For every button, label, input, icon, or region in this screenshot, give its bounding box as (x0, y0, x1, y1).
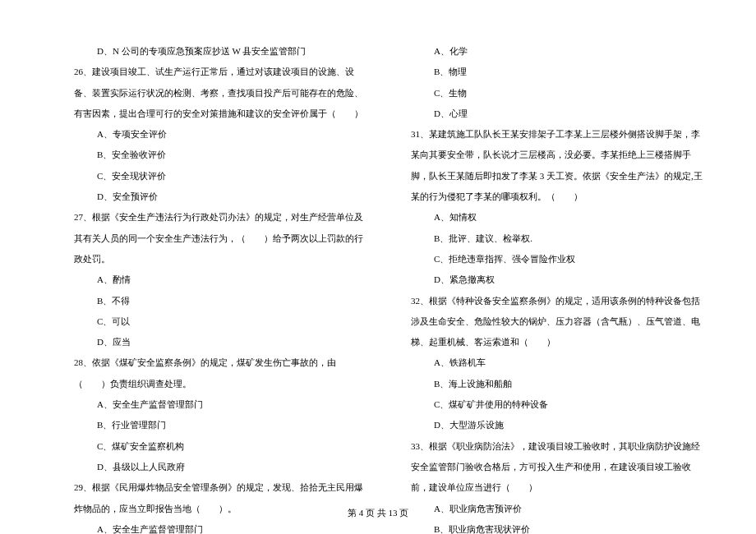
question-33: 33、根据《职业病防治法》，建设项目竣工验收时，其职业病防护设施经安全监管部门验… (411, 441, 700, 493)
option-27b: B、不得 (74, 291, 370, 311)
question-32: 32、根据《特种设备安全监察条例》的规定，适用该条例的特种设备包括涉及生命安全、… (411, 296, 700, 348)
option-28b: B、行业管理部门 (74, 415, 370, 435)
option-30c: C、生物 (411, 83, 707, 104)
option-26c: C、安全现状评价 (74, 166, 370, 186)
option-32c: C、煤矿矿井使用的特种设备 (411, 394, 707, 415)
option-28d: D、县级以上人民政府 (74, 457, 370, 477)
right-column: A、化学 B、物理 C、生物 D、心理 31、某建筑施工队队长王某安排架子工李某… (411, 41, 707, 534)
option-31a: A、知情权 (411, 207, 707, 228)
option-29a: A、安全生产监督管理部门 (74, 519, 370, 534)
option-25d: D、N 公司的专项应急预案应抄送 W 县安全监管部门 (74, 41, 370, 62)
option-27c: C、可以 (74, 311, 370, 332)
option-26a: A、专项安全评价 (74, 124, 370, 145)
question-26: 26、建设项目竣工、试生产运行正常后，通过对该建设项目的设施、设备、装置实际运行… (74, 67, 363, 118)
page-content: D、N 公司的专项应急预案应抄送 W 县安全监管部门 26、建设项目竣工、试生产… (0, 0, 756, 534)
option-32d: D、大型游乐设施 (411, 415, 707, 435)
option-32a: A、铁路机车 (411, 352, 707, 373)
page-footer: 第 4 页 共 13 页 (0, 507, 756, 519)
option-31b: B、批评、建议、检举权. (411, 228, 707, 249)
left-column: D、N 公司的专项应急预案应抄送 W 县安全监管部门 26、建设项目竣工、试生产… (74, 41, 370, 534)
option-30b: B、物理 (411, 62, 707, 82)
option-31c: C、拒绝违章指挥、强令冒险作业权 (411, 249, 707, 269)
option-27d: D、应当 (74, 332, 370, 352)
question-31: 31、某建筑施工队队长王某安排架子工李某上三层楼外侧搭设脚手架，李某向其要安全带… (411, 129, 703, 201)
option-28c: C、煤矿安全监察机构 (74, 436, 370, 457)
question-28: 28、依据《煤矿安全监察条例》的规定，煤矿发生伤亡事故的，由（ ）负责组织调查处… (74, 357, 336, 388)
option-28a: A、安全生产监督管理部门 (74, 394, 370, 415)
option-26d: D、安全预评价 (74, 186, 370, 207)
option-33b: B、职业病危害现状评价 (411, 519, 707, 534)
question-27: 27、根据《安全生产违法行为行政处罚办法》的规定，对生产经营单位及其有关人员的同… (74, 212, 363, 264)
option-31d: D、紧急撤离权 (411, 269, 707, 290)
option-26b: B、安全验收评价 (74, 145, 370, 165)
option-30d: D、心理 (411, 104, 707, 124)
option-32b: B、海上设施和船舶 (411, 374, 707, 394)
option-27a: A、酌情 (74, 269, 370, 290)
option-30a: A、化学 (411, 41, 707, 62)
